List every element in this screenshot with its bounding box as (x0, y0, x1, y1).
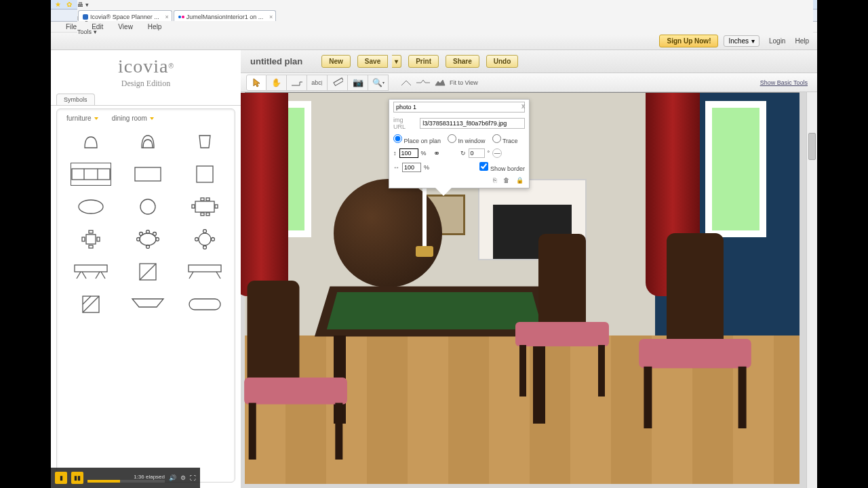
filter-furniture[interactable]: furniture (66, 115, 98, 122)
photo-url-input[interactable] (420, 118, 525, 129)
url-label: img URL (393, 117, 416, 130)
symbol-chair-1[interactable] (71, 130, 111, 153)
symbol-bench-legs[interactable] (71, 260, 111, 283)
menu-view[interactable]: View (118, 23, 133, 30)
symbol-table-chairs-rect[interactable] (184, 195, 225, 218)
camera-tool[interactable]: 📷 (348, 75, 368, 91)
video-player-overlay[interactable]: ▮ ▮▮ 1:36 elapsed 🔊 ⚙ ⛶ (51, 468, 200, 488)
width-icon: ↔ (393, 164, 399, 171)
symbol-table-rect[interactable] (127, 163, 168, 186)
symbol-stool[interactable] (184, 130, 225, 153)
settings-icon[interactable]: ⚙ (180, 474, 186, 481)
svg-line-32 (77, 272, 81, 279)
help-link[interactable]: Help (795, 37, 809, 45)
pan-tool[interactable]: ✋ (267, 75, 287, 91)
fit-to-view[interactable]: Fit to View (450, 79, 478, 86)
tab-symbols[interactable]: Symbols (56, 94, 95, 105)
symbol-chair-2[interactable] (127, 130, 168, 153)
delete-icon[interactable]: 🗑 (503, 177, 509, 184)
svg-rect-3 (135, 167, 161, 181)
symbol-table-square[interactable] (184, 163, 225, 186)
symbol-table-chairs-oval[interactable] (127, 228, 168, 251)
save-dropdown[interactable]: ▾ (392, 55, 401, 68)
symbol-table-rect-triple[interactable] (71, 163, 111, 186)
save-button[interactable]: Save (357, 55, 388, 68)
copy-icon[interactable]: ⎘ (493, 177, 496, 184)
plan-title: untitled plan (250, 56, 302, 66)
rotate-handle[interactable]: — (492, 148, 502, 158)
favorites-star-icon[interactable]: ★ (55, 1, 61, 8)
svg-line-40 (216, 272, 220, 279)
svg-rect-44 (189, 299, 220, 310)
brand-name: icovia (118, 56, 168, 77)
seek-bar[interactable]: 1:36 elapsed (87, 474, 165, 483)
radio-place-on-plan[interactable]: Place on plan (393, 134, 441, 144)
radio-trace[interactable]: Trace (492, 134, 518, 144)
svg-line-39 (189, 272, 193, 279)
brand-edition: Design Edition (121, 79, 170, 89)
close-icon[interactable]: × (165, 14, 168, 20)
symbol-fold-2[interactable] (71, 293, 111, 316)
menu-help[interactable]: Help (148, 23, 162, 30)
symbol-table-chairs-round[interactable] (184, 228, 225, 251)
symbol-drop-leaf[interactable] (127, 293, 168, 316)
show-basic-tools[interactable]: Show Basic Tools (760, 79, 808, 86)
pause-button[interactable]: ▮▮ (71, 472, 83, 484)
close-icon[interactable]: x (521, 102, 525, 110)
elevation-tools[interactable]: Fit to View (401, 79, 478, 86)
volume-icon[interactable]: 🔊 (169, 474, 176, 481)
show-border-checkbox[interactable]: Show border (479, 162, 525, 172)
menu-edit[interactable]: Edit (92, 23, 103, 30)
photo-name-input[interactable] (393, 102, 525, 113)
print-icon[interactable]: 🖶 ▾ (77, 1, 813, 8)
signup-button[interactable]: Sign Up Now! (659, 35, 718, 47)
new-button[interactable]: New (321, 55, 351, 68)
svg-line-37 (140, 264, 156, 280)
select-tool[interactable] (246, 75, 267, 91)
wall-tool[interactable] (287, 75, 307, 91)
tools-menu[interactable]: Tools ▾ (77, 28, 813, 35)
svg-line-43 (83, 296, 91, 304)
scale-height-input[interactable] (399, 148, 418, 158)
symbol-fold[interactable] (127, 260, 168, 283)
text-tool[interactable]: abc| (307, 75, 328, 91)
photo-inspector-popup[interactable]: x img URL Place on plan In window Trace … (389, 99, 530, 188)
tab-icovia[interactable]: Icovia® Space Planner ... × (78, 10, 172, 21)
svg-point-27 (203, 230, 207, 233)
link-icon[interactable]: ⚭ (433, 148, 440, 158)
login-link[interactable]: Login (769, 37, 785, 45)
vertical-scrollbar[interactable] (806, 92, 817, 488)
svg-line-35 (101, 272, 105, 279)
print-button[interactable]: Print (408, 55, 439, 68)
svg-rect-38 (189, 265, 221, 272)
tab-jumel[interactable]: JumelMansionInterior1 on ... × (174, 10, 277, 21)
units-select[interactable]: Inches▾ (724, 35, 759, 47)
filter-diningroom[interactable]: dining room (112, 115, 154, 122)
fullscreen-icon[interactable]: ⛶ (190, 474, 196, 481)
menu-file[interactable]: File (66, 23, 77, 30)
measure-tool[interactable] (328, 75, 348, 91)
svg-rect-7 (195, 201, 214, 212)
symbol-circle[interactable] (127, 195, 168, 218)
share-button[interactable]: Share (446, 55, 479, 68)
svg-point-28 (203, 246, 207, 249)
svg-point-5 (79, 200, 103, 214)
symbol-oval[interactable] (71, 195, 111, 218)
close-icon[interactable]: × (269, 14, 273, 20)
play-button[interactable]: ▮ (55, 472, 67, 484)
undo-button[interactable]: Undo (486, 55, 519, 68)
radio-in-window[interactable]: In window (448, 134, 486, 144)
svg-rect-12 (192, 205, 195, 208)
symbol-table-chairs-sq[interactable] (71, 228, 111, 251)
zoom-tool[interactable]: 🔍▾ (368, 75, 389, 91)
symbol-rect-round[interactable] (184, 293, 225, 316)
canvas[interactable]: x img URL Place on plan In window Trace … (241, 92, 817, 488)
rotation-input[interactable] (469, 148, 485, 158)
add-favorite-icon[interactable]: ✿ (66, 1, 72, 8)
scale-width-input[interactable] (402, 163, 421, 172)
lock-icon[interactable]: 🔒 (516, 177, 524, 184)
symbol-bench-2[interactable] (184, 260, 225, 283)
svg-point-24 (140, 232, 143, 236)
svg-point-26 (199, 233, 211, 245)
svg-rect-8 (201, 198, 204, 201)
